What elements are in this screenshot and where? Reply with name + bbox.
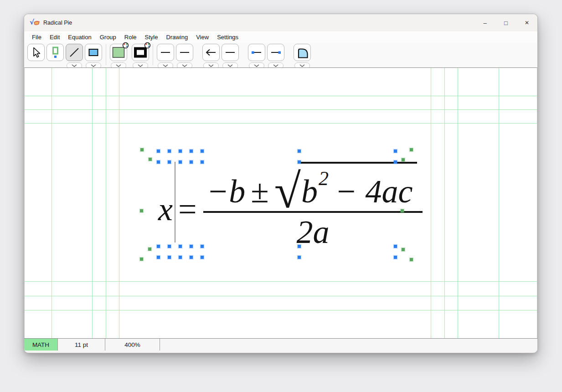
select-tool-button[interactable] (27, 44, 45, 61)
window-controls: – □ ✕ (474, 14, 537, 31)
menu-bar: File Edit Equation Group Role Style Draw… (24, 31, 537, 43)
rounded-corner-icon (296, 46, 309, 59)
selection-boundary-dot (394, 256, 397, 259)
selection-boundary-dot (168, 160, 171, 164)
slot-box-icon (49, 46, 62, 59)
window-title: Radical Pie (43, 20, 72, 26)
chevron-down-icon (72, 64, 77, 67)
selection-handle[interactable] (401, 209, 404, 212)
guide-line-horizontal (25, 96, 537, 96)
app-icon: √ (30, 19, 40, 27)
pie-slice-icon (34, 21, 40, 26)
line-tool-button[interactable] (66, 44, 83, 61)
arrow-start-button[interactable] (202, 44, 220, 61)
line-style-tool (157, 44, 174, 69)
radical-sign: √ (274, 165, 301, 218)
toolbar (24, 43, 537, 67)
menu-equation[interactable]: Equation (64, 32, 95, 42)
cursor-icon (30, 46, 42, 59)
chevron-down-icon (254, 64, 259, 67)
equation[interactable]: x = −b±√b2− 4ac 2a (158, 165, 423, 253)
border-color-button[interactable] (132, 44, 149, 61)
selection-handle[interactable] (140, 148, 144, 151)
selection-boundary-dot (201, 245, 204, 248)
menu-style[interactable]: Style (141, 32, 162, 42)
status-zoom-level[interactable]: 400% (105, 339, 160, 351)
selection-handle[interactable] (140, 209, 143, 212)
corner-rounding-button[interactable] (294, 44, 311, 61)
menu-file[interactable]: File (28, 32, 46, 42)
menu-edit[interactable]: Edit (46, 32, 64, 42)
equation-lhs: x (158, 193, 173, 226)
menu-drawing[interactable]: Drawing (162, 32, 192, 42)
selection-handle[interactable] (148, 248, 151, 251)
line-style-button[interactable] (157, 44, 174, 61)
endpoint-end-tool (267, 44, 284, 69)
status-mode-indicator[interactable]: MATH (24, 339, 58, 351)
selection-handle[interactable] (410, 148, 413, 151)
guide-line-vertical (499, 68, 499, 338)
chevron-down-icon (91, 64, 96, 67)
menu-role[interactable]: Role (120, 32, 141, 42)
palette-icon (144, 42, 151, 49)
toolbar-separator (106, 44, 106, 65)
guide-line-vertical (52, 68, 52, 338)
selection-boundary-dot (298, 150, 301, 153)
line-square-start-icon (250, 46, 263, 59)
guide-line-vertical (119, 68, 119, 338)
close-button[interactable]: ✕ (516, 14, 537, 31)
radicand-base: b (301, 173, 318, 210)
selection-handle[interactable] (402, 248, 405, 251)
corner-rounding-tool (294, 44, 311, 69)
menu-settings[interactable]: Settings (213, 32, 242, 42)
rectangle-tool (85, 44, 102, 69)
chevron-down-icon (299, 64, 305, 67)
box-cursor-tool-button[interactable] (46, 44, 64, 61)
arrow-end-tool (222, 44, 239, 69)
chevron-down-icon (182, 64, 187, 67)
maximize-button[interactable]: □ (495, 14, 516, 31)
rectangle-tool-button[interactable] (85, 44, 102, 61)
endpoint-start-tool (248, 44, 265, 69)
endpoint-end-button[interactable] (267, 44, 284, 61)
endpoint-start-button[interactable] (248, 44, 265, 61)
fraction-numerator: −b±√b2− 4ac (203, 165, 423, 213)
selection-boundary-dot (190, 245, 193, 248)
selection-boundary-dot (168, 245, 171, 248)
status-spacer (160, 339, 537, 351)
line-style-2-button[interactable] (176, 44, 193, 61)
chevron-down-icon (273, 64, 278, 67)
selection-handle[interactable] (410, 258, 413, 261)
guide-line-vertical (444, 68, 445, 338)
minimize-button[interactable]: – (474, 14, 495, 31)
fill-color-button[interactable] (110, 44, 127, 61)
horizontal-line-icon (159, 46, 172, 59)
line-square-end-icon (269, 46, 282, 59)
app-window: √ Radical Pie – □ ✕ File Edit Equation G… (24, 14, 538, 353)
menu-view[interactable]: View (192, 32, 213, 42)
status-font-size[interactable]: 11 pt (58, 339, 105, 351)
chevron-down-icon (138, 64, 143, 67)
arrow-start-tool (202, 44, 220, 69)
guide-line-horizontal (25, 109, 537, 110)
selection-handle[interactable] (149, 158, 152, 161)
radicand: b2− 4ac (299, 162, 418, 205)
selection-boundary-dot (394, 150, 397, 153)
selection-boundary-dot (201, 160, 204, 164)
selection-boundary-dot (394, 245, 397, 248)
selection-boundary-dot (298, 160, 301, 164)
text-caret (175, 162, 175, 242)
equation-canvas[interactable]: x = −b±√b2− 4ac 2a (24, 67, 537, 338)
line-style-2-tool (176, 44, 193, 69)
selection-boundary-dot (190, 150, 193, 153)
menu-group[interactable]: Group (96, 32, 120, 42)
selection-boundary-dot (168, 256, 171, 259)
select-tool (27, 44, 45, 61)
selection-boundary-dot (168, 150, 171, 153)
selection-boundary-dot (179, 150, 182, 153)
guide-line-vertical (458, 68, 458, 338)
selection-boundary-dot (179, 245, 182, 248)
selection-handle[interactable] (402, 158, 405, 161)
selection-handle[interactable] (140, 258, 143, 261)
arrow-end-button[interactable] (222, 44, 239, 61)
